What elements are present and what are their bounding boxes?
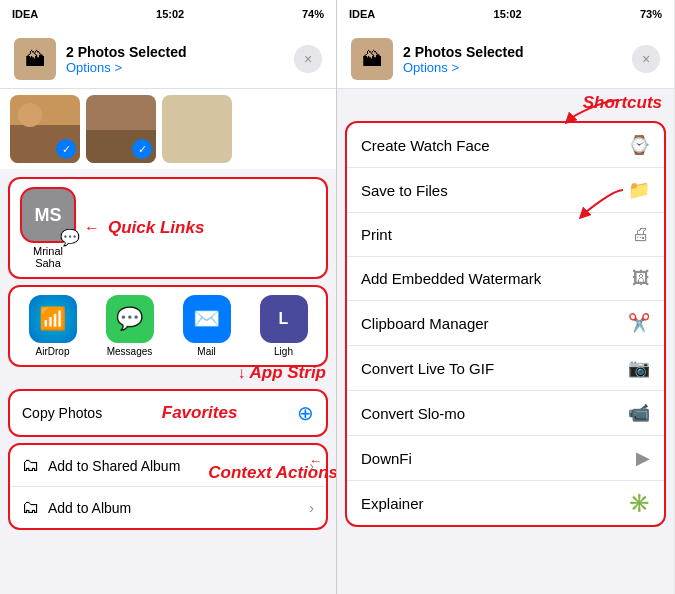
quick-links-label: Quick Links	[108, 218, 204, 238]
time-left: 15:02	[156, 8, 184, 20]
share-header-right: 🏔 2 Photos Selected Options > ×	[337, 28, 674, 89]
share-close-button-right[interactable]: ×	[632, 45, 660, 73]
watermark-icon: 🖼	[632, 268, 650, 289]
contact-item: MS 💬 Mrinal Saha	[20, 187, 76, 269]
shortcut-label-gif: Convert Live To GIF	[361, 360, 494, 377]
app-strip-wrapper: 📶 AirDrop 💬 Messages ✉️ Mail L Ligh ↓	[0, 285, 336, 367]
battery-right: 73%	[640, 8, 662, 20]
share-info: 2 Photos Selected Options >	[66, 44, 284, 75]
down-arrow-icon: ↓	[238, 364, 246, 382]
copy-photos-label: Copy Photos	[22, 405, 102, 421]
share-thumbnail-right: 🏔	[351, 38, 393, 80]
shortcut-clipboard-manager[interactable]: Clipboard Manager ✂️	[347, 301, 664, 346]
avatar-initials: MS	[35, 205, 62, 226]
shortcut-downfi[interactable]: DownFi ▶	[347, 436, 664, 481]
favorites-label: Favorites	[162, 403, 238, 423]
shortcuts-section: Create Watch Face ⌚ Save to Files 📁 Prin…	[345, 121, 666, 527]
app-item-airdrop[interactable]: 📶 AirDrop	[23, 295, 83, 357]
shortcuts-header: Shortcuts	[337, 89, 674, 113]
shared-album-label: Add to Shared Album	[48, 458, 180, 474]
app-strip-section: 📶 AirDrop 💬 Messages ✉️ Mail L Ligh	[8, 285, 328, 367]
share-header-left: 🏔 2 Photos Selected Options > ×	[0, 28, 336, 89]
favorites-section: Copy Photos Favorites ⊕	[8, 389, 328, 437]
light-label: Ligh	[274, 346, 293, 357]
app-icons-row: 📶 AirDrop 💬 Messages ✉️ Mail L Ligh	[16, 295, 320, 357]
shortcut-save-to-files[interactable]: Save to Files 📁	[347, 168, 664, 213]
photo-check-1: ✓	[56, 139, 76, 159]
status-bar-left: IDEA 15:02 74%	[0, 0, 336, 28]
photo-thumb-3	[162, 95, 232, 163]
watch-face-icon: ⌚	[628, 134, 650, 156]
time-right: 15:02	[494, 8, 522, 20]
shared-album-icon: 🗂	[22, 455, 40, 476]
album-arrow-icon: ›	[309, 500, 314, 516]
status-bar-right: IDEA 15:02 73%	[337, 0, 674, 28]
app-item-mail[interactable]: ✉️ Mail	[177, 295, 237, 357]
share-close-button[interactable]: ×	[294, 45, 322, 73]
airdrop-label: AirDrop	[36, 346, 70, 357]
slomo-icon: 📹	[628, 402, 650, 424]
shortcut-convert-slomo[interactable]: Convert Slo-mo 📹	[347, 391, 664, 436]
shortcut-label-slomo: Convert Slo-mo	[361, 405, 465, 422]
context-actions-label: Context Actions	[208, 463, 337, 482]
album-icon: 🗂	[22, 497, 40, 518]
quick-links-label-area: Quick Links	[108, 218, 204, 238]
share-title: 2 Photos Selected	[66, 44, 284, 60]
shortcut-convert-gif[interactable]: Convert Live To GIF 📷	[347, 346, 664, 391]
album-label: Add to Album	[48, 500, 131, 516]
share-info-right: 2 Photos Selected Options >	[403, 44, 622, 75]
appstrip-annotation: ↓ App Strip	[238, 363, 327, 383]
left-phone: IDEA 15:02 74% 🏔 2 Photos Selected Optio…	[0, 0, 337, 594]
left-arrow-icon: ←	[84, 219, 100, 237]
explainer-icon: ✳️	[628, 492, 650, 514]
gif-icon: 📷	[628, 357, 650, 379]
photo-thumb-2: ✓	[86, 95, 156, 163]
quick-links-wrapper: MS 💬 Mrinal Saha ← Quick Links	[0, 177, 336, 279]
battery-left: 74%	[302, 8, 324, 20]
shortcut-explainer[interactable]: Explainer ✳️	[347, 481, 664, 525]
quick-links-arrow: ←	[84, 219, 100, 237]
share-options-link[interactable]: Options >	[66, 60, 284, 75]
save-files-icon: 📁	[628, 179, 650, 201]
avatar-badge: 💬	[62, 229, 78, 245]
shortcuts-label: Shortcuts	[583, 93, 662, 113]
mail-icon: ✉️	[183, 295, 231, 343]
context-actions-wrapper: 🗂 Add to Shared Album › 🗂 Add to Album ›…	[0, 443, 336, 530]
album-left: 🗂 Add to Album	[22, 497, 131, 518]
light-icon: L	[260, 295, 308, 343]
app-item-messages[interactable]: 💬 Messages	[100, 295, 160, 357]
app-item-light[interactable]: L Ligh	[254, 295, 314, 357]
share-options-link-right[interactable]: Options >	[403, 60, 622, 75]
shortcut-label-files: Save to Files	[361, 182, 448, 199]
contact-avatar: MS 💬	[20, 187, 76, 243]
avatar-name: Mrinal Saha	[33, 245, 63, 269]
print-icon: 🖨	[632, 224, 650, 245]
shortcut-label-explainer: Explainer	[361, 495, 424, 512]
shortcut-label-clipboard: Clipboard Manager	[361, 315, 489, 332]
app-strip-label: App Strip	[250, 363, 327, 383]
context-action-album[interactable]: 🗂 Add to Album ›	[10, 487, 326, 528]
right-phone: IDEA 15:02 73% 🏔 2 Photos Selected Optio…	[337, 0, 674, 594]
svg-rect-5	[162, 95, 232, 163]
photo-check-2: ✓	[132, 139, 152, 159]
copy-icon: ⊕	[297, 401, 314, 425]
svg-point-2	[18, 103, 42, 127]
shortcut-label-downfi: DownFi	[361, 450, 412, 467]
carrier-left: IDEA	[12, 8, 38, 20]
favorites-wrapper: Copy Photos Favorites ⊕	[0, 389, 336, 437]
shared-album-left: 🗂 Add to Shared Album	[22, 455, 180, 476]
carrier-right: IDEA	[349, 8, 375, 20]
context-label-container: Context Actions	[208, 463, 337, 483]
photo-thumb-1: ✓	[10, 95, 80, 163]
context-actions-section: 🗂 Add to Shared Album › 🗂 Add to Album ›	[8, 443, 328, 530]
shortcut-print[interactable]: Print 🖨	[347, 213, 664, 257]
shortcut-watermark[interactable]: Add Embedded Watermark 🖼	[347, 257, 664, 301]
mail-label: Mail	[197, 346, 215, 357]
share-thumbnail: 🏔	[14, 38, 56, 80]
photos-strip: ✓ ✓	[0, 89, 336, 169]
airdrop-icon: 📶	[29, 295, 77, 343]
clipboard-icon: ✂️	[628, 312, 650, 334]
share-title-right: 2 Photos Selected	[403, 44, 622, 60]
shortcut-create-watch-face[interactable]: Create Watch Face ⌚	[347, 123, 664, 168]
downfi-icon: ▶	[636, 447, 650, 469]
